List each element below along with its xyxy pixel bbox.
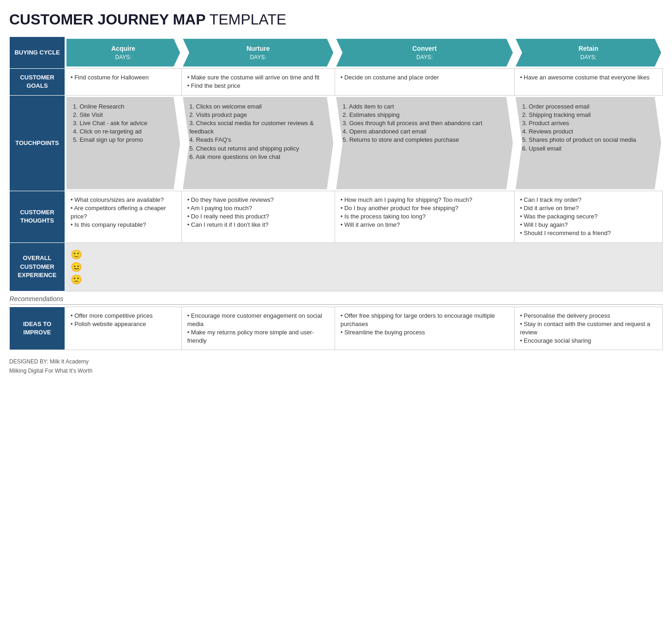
phase-convert: ConvertDAYS: [336, 39, 513, 67]
recommendations-row: Recommendations [10, 291, 663, 307]
tp-nurture: 1. Clicks on welcome email 2. Visits pro… [183, 97, 333, 189]
ideas-acquire: • Offer more competitive prices • Polish… [65, 307, 182, 350]
ideas-label: IDEAS TOIMPROVE [10, 307, 65, 350]
tp-convert-cell: 1. Adds item to cart 2. Estimates shippi… [335, 95, 514, 191]
goals-nurture: • Make sure the costume will arrive on t… [181, 69, 335, 95]
tp-retain: 1. Order processed email 2. Shipping tra… [516, 97, 661, 189]
tp-convert-text: 1. Adds item to cart 2. Estimates shippi… [342, 103, 482, 145]
ideas-retain: • Personalise the delivery process • Sta… [514, 307, 662, 350]
tp-acquire: 1. Online Research 2. Site Visit 3. Live… [66, 97, 180, 189]
page-title: CUSTOMER JOURNEY MAP TEMPLATE [9, 11, 663, 28]
buying-cycle-label: BUYING CYCLE [10, 37, 65, 69]
customer-goals-row: CUSTOMERGOALS • Find costume for Hallowe… [10, 69, 663, 95]
ideas-to-improve-row: IDEAS TOIMPROVE • Offer more competitive… [10, 307, 663, 350]
customer-thoughts-row: CUSTOMERTHOUGHTS • What colours/sizes ar… [10, 191, 663, 242]
thoughts-nurture: • Do they have positive reviews? • Am I … [181, 191, 335, 242]
customer-goals-label: CUSTOMERGOALS [10, 69, 65, 95]
touchpoints-row: TOUCHPOINTS 1. Online Research 2. Site V… [10, 95, 663, 191]
phase-acquire: AcquireDAYS: [66, 39, 180, 67]
tp-nurture-cell: 1. Clicks on welcome email 2. Visits pro… [181, 95, 335, 191]
tp-acquire-cell: 1. Online Research 2. Site Visit 3. Live… [65, 95, 182, 191]
goals-acquire: • Find costume for Halloween [65, 69, 182, 95]
tp-retain-text: 1. Order processed email 2. Shipping tra… [522, 103, 636, 153]
goals-retain: • Have an awesome costume that everyone … [514, 69, 662, 95]
thoughts-acquire: • What colours/sizes are available? • Ar… [65, 191, 182, 242]
overall-experience-content: 🙂 😐 🙁 [65, 242, 663, 291]
thoughts-retain: • Can I track my order? • Did it arrive … [514, 191, 662, 242]
phase-acquire-cell: AcquireDAYS: [65, 37, 182, 69]
phase-convert-name: ConvertDAYS: [412, 45, 437, 60]
phase-nurture-cell: NurtureDAYS: [181, 37, 335, 69]
smiley-neutral: 😐 [71, 261, 657, 272]
phase-convert-cell: ConvertDAYS: [335, 37, 514, 69]
thoughts-convert: • How much am I paying for shipping? Too… [335, 191, 514, 242]
phase-acquire-name: AcquireDAYS: [111, 45, 135, 60]
touchpoints-label: TOUCHPOINTS [10, 95, 65, 191]
smiley-sad: 🙁 [71, 274, 657, 285]
customer-thoughts-label: CUSTOMERTHOUGHTS [10, 191, 65, 242]
tp-convert: 1. Adds item to cart 2. Estimates shippi… [336, 97, 513, 189]
ideas-convert: • Offer free shipping for large orders t… [335, 307, 514, 350]
overall-experience-label: OVERALLCUSTOMEREXPERIENCE [10, 242, 65, 291]
goals-convert: • Decide on costume and place order [335, 69, 514, 95]
tp-nurture-text: 1. Clicks on welcome email 2. Visits pro… [189, 103, 327, 161]
recommendations-label: Recommendations [10, 291, 663, 307]
phase-retain: RetainDAYS: [516, 39, 661, 67]
buying-cycle-row: BUYING CYCLE AcquireDAYS: NurtureDAYS: C… [10, 37, 663, 69]
tp-acquire-text: 1. Online Research 2. Site Visit 3. Live… [73, 103, 147, 145]
overall-experience-row: OVERALLCUSTOMEREXPERIENCE 🙂 😐 🙁 [10, 242, 663, 291]
tp-retain-cell: 1. Order processed email 2. Shipping tra… [514, 95, 662, 191]
phase-retain-cell: RetainDAYS: [514, 37, 662, 69]
footer-line2: Milking Digital For What It's Worth [9, 367, 663, 375]
footer: DESIGNED BY: Milk It Academy Milking Dig… [9, 357, 663, 375]
phase-nurture: NurtureDAYS: [183, 39, 333, 67]
phase-retain-name: RetainDAYS: [578, 45, 598, 60]
journey-map-table: BUYING CYCLE AcquireDAYS: NurtureDAYS: C… [9, 36, 663, 350]
smiley-happy: 🙂 [71, 249, 657, 260]
footer-line1: DESIGNED BY: Milk It Academy [9, 357, 663, 366]
ideas-nurture: • Encourage more customer engagement on … [181, 307, 335, 350]
phase-nurture-name: NurtureDAYS: [246, 45, 270, 60]
